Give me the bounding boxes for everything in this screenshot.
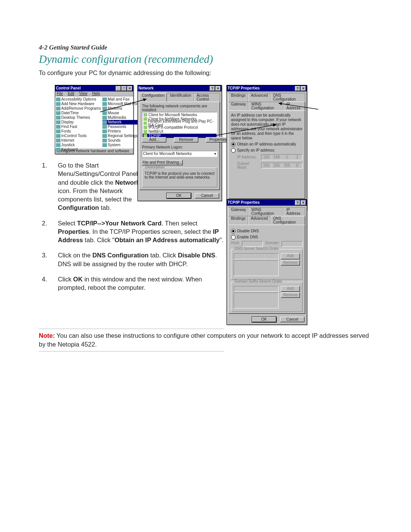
add-button[interactable]: Add... [142,137,166,142]
cp-item[interactable]: Add New Hardware [56,102,101,106]
remove-button[interactable]: Remove [174,137,198,142]
ip-address-label: IP Address: [237,155,258,159]
dns-server-list [234,260,279,276]
close-icon[interactable]: × [301,86,306,91]
description-text: TCP/IP is the protocol you use to connec… [145,172,215,179]
window-title: TCP/IP Properties [228,86,260,90]
tab-wins[interactable]: WINS Configuration [249,102,284,110]
description-label: Description [145,165,165,169]
tab-dns-config[interactable]: DNS Configuration [271,216,305,225]
radio-enable-dns[interactable]: Enable DNS [231,235,303,240]
cp-item[interactable]: Add/Remove Programs [56,106,101,111]
subnet-mask-field: 2552552550 [261,163,303,169]
dns-add-button: Add [281,253,300,259]
help-icon[interactable]: ? [210,86,215,91]
tcpip-dns-dialog: TCP/IP Properties ? × Gateway WINS Confi… [226,199,307,325]
component-item[interactable]: Farallon EtherWave Plug and Play PC-ISA … [143,121,217,125]
window-title: Control Panel [56,86,81,90]
control-panel-window: Control Panel _ □ × File Edit View Help … [55,85,134,154]
tab-advanced[interactable]: Advanced [248,93,270,102]
network-dialog: Network ? × Configuration Identification… [137,85,222,201]
window-title: Network [139,86,153,90]
note-body: You can also use these instructions to c… [39,332,369,348]
component-item[interactable]: Client for Microsoft Networks [143,113,217,117]
titlebar: Control Panel _ □ × [55,85,133,91]
host-label: Host: [231,241,240,247]
suffix-add-button: Add [281,286,300,292]
tab-bindings[interactable]: Bindings [228,93,248,102]
control-panel-list[interactable]: Accessibility OptionsAdd New HardwareAdd… [55,96,133,148]
window-title: TCP/IP Properties [228,201,260,204]
domain-suffix-field [234,286,279,292]
cp-item[interactable]: InControl Tools [56,134,101,138]
cancel-button[interactable]: Cancel [195,193,219,198]
help-icon[interactable]: ? [295,200,300,205]
component-item[interactable]: NetBEUI [143,129,217,134]
logon-label: Primary Network Logon: [142,145,217,149]
host-field [242,241,263,247]
note-label: Note: [39,332,55,339]
domain-field [282,241,303,247]
cp-item[interactable]: Date/Time [56,111,101,115]
tcpip-ip-dialog: TCP/IP Properties ? × Bindings Advanced … [226,85,307,210]
domain-suffix-list [234,292,279,308]
close-icon[interactable]: × [301,200,306,205]
tab-ip-address[interactable]: IP Address [284,102,305,110]
cp-item[interactable]: Internet [56,138,101,143]
domain-label: Domain: [265,241,279,247]
ip-address-field: 19216812 [261,154,303,160]
cp-item[interactable]: Fonts [56,129,101,134]
dns-remove-button: Remove [281,260,300,265]
step: 2.Select TCP/IP-->Your Network Card. The… [39,219,225,244]
close-icon[interactable]: × [215,86,221,91]
radio-obtain-auto[interactable]: Obtain an IP address automatically [231,142,303,147]
components-label: The following network components are ins… [142,104,217,112]
tab-gateway[interactable]: Gateway [228,207,249,216]
subnet-mask-label: Subnet Mask: [237,162,258,169]
tab-wins[interactable]: WINS Configuration [249,207,284,216]
tab-advanced[interactable]: Advanced [248,216,270,225]
logon-select[interactable]: Client for Microsoft Networks▾ [142,151,217,157]
ok-button[interactable]: OK [252,317,276,322]
suffix-remove-button: Remove [281,292,300,298]
section-ref: 4-2 Getting Started Guide [39,44,375,51]
dns-server-order-label: DNS Server Search Order [234,247,279,251]
tab-gateway[interactable]: Gateway [228,102,249,110]
components-list[interactable]: Client for Microsoft NetworksClient for … [142,112,217,136]
domain-suffix-order-label: Domain Suffix Search Order [234,280,283,283]
tab-bindings[interactable]: Bindings [228,216,248,225]
menubar[interactable]: File Edit View Help [55,91,133,96]
ip-blurb: An IP address can be automatically assig… [231,113,303,141]
tab-identification[interactable]: Identification [167,93,194,102]
close-icon[interactable]: × [127,86,132,91]
tab-ip-address[interactable]: IP Address [284,207,305,216]
cp-item[interactable]: Desktop Themes [56,115,101,120]
radio-disable-dns[interactable]: Disable DNS [231,229,303,233]
step: 4.Click OK in this window and the next w… [39,275,225,292]
file-print-sharing-button[interactable]: File and Print Sharing... [142,160,183,165]
cp-item[interactable]: Joystick [56,143,101,147]
cp-item[interactable]: Display [56,120,101,125]
intro-text: To configure your PC for dynamic address… [39,69,375,77]
note-paragraph: Note: You can also use these instruction… [39,331,375,349]
page-title: Dynamic configuration (recommended) [39,53,375,66]
dns-server-field [234,253,279,259]
step: 3.Click on the DNS Configuration tab. Cl… [39,251,225,268]
radio-specify[interactable]: Specify an IP address: [231,148,303,153]
cp-item[interactable]: Accessibility Options [56,97,101,102]
tab-access-control[interactable]: Access Control [194,93,220,102]
divider [39,329,224,329]
tab-configuration[interactable]: Configuration [139,93,167,102]
help-icon[interactable]: ? [295,86,300,91]
divider [39,351,224,351]
cp-item[interactable]: Find Fast [56,125,101,129]
max-icon[interactable]: □ [121,86,127,91]
min-icon[interactable]: _ [116,86,121,91]
tab-dns-config[interactable]: DNS Configuration [271,93,305,102]
ok-button[interactable]: OK [167,193,191,198]
cp-item[interactable]: Keyboard [56,147,101,152]
cancel-button[interactable]: Cancel [280,317,304,322]
